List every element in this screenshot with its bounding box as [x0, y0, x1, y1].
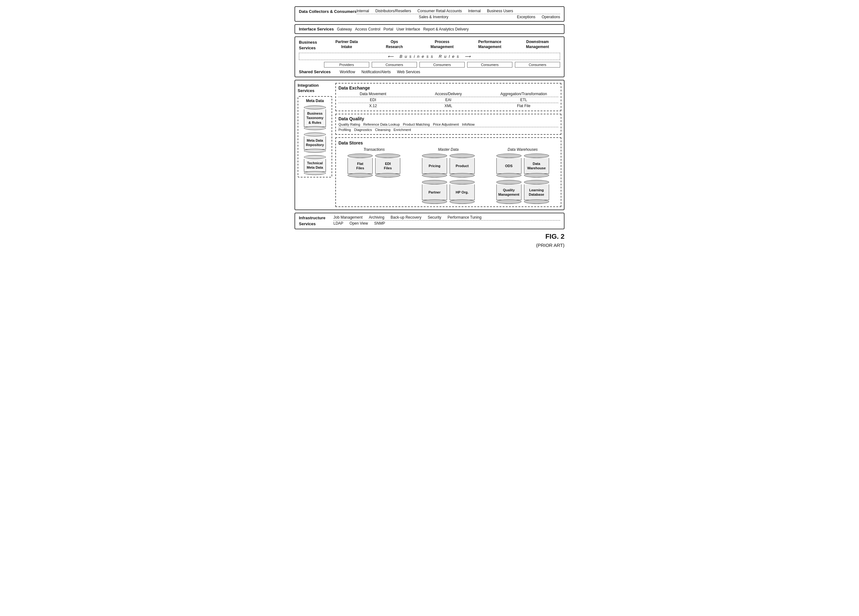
cyl-learning-database: LearningDatabase	[524, 180, 549, 204]
cylinder-business-taxonomy: BusinessTaxonomy& Rules	[304, 106, 326, 130]
data-stores-title: Data Stores	[339, 141, 558, 145]
prov-box-1: Providers	[324, 62, 369, 67]
dq-row1: Quality Rating Reference Data Lookup Pro…	[339, 122, 558, 126]
is-access-control: Access Control	[355, 27, 381, 31]
cyl-bottom-1	[304, 126, 326, 130]
shared-services-label: Shared Services	[299, 69, 333, 74]
infra-job-mgmt: Job Management	[333, 215, 362, 220]
business-services-section: BusinessServices Partner DataIntake OpsR…	[295, 36, 564, 77]
dc-consumer-retail: Consumer Retail Accounts	[417, 9, 462, 13]
cyl-hp-org: HP Org.	[450, 180, 475, 204]
cyl-body-2: Meta DataRepository	[304, 136, 326, 150]
cyl-product-body: Product	[450, 158, 475, 174]
cyl-quality-mgmt-body: QualityManagement	[497, 184, 522, 200]
providers-boxes: Providers Consumers Consumers Consumers …	[324, 62, 560, 67]
de-edi: EDI	[339, 98, 408, 102]
master-data-title: Master Data	[438, 147, 458, 152]
cyl-flat-files-body: FlatFiles	[348, 158, 373, 174]
data-stores-box: Data Stores Transactions FlatFiles	[335, 137, 561, 207]
dc-distributors: Distributors/Resellers	[375, 9, 411, 13]
cyl-quality-mgmt-top	[497, 180, 522, 184]
cyl-learning-db-top	[524, 180, 549, 184]
infra-row1: Job Management Archiving Back-up Recover…	[333, 215, 560, 220]
dq-diagnostics: Diagnostics	[354, 128, 372, 131]
biz-columns: Partner DataIntake OpsResearch ProcessMa…	[324, 39, 560, 51]
prov-box-3: Consumers	[419, 62, 465, 67]
shared-services-row: Shared Services Workflow Notification/Al…	[299, 69, 560, 74]
cyl-ods: ODS	[497, 153, 522, 177]
business-rules-text: ⟵ B u s i n e s s R u l e s ⟶	[388, 54, 471, 59]
cyl-partner-top	[422, 180, 447, 184]
cyl-pricing: Pricing	[422, 153, 447, 177]
cyl-data-warehouse-body: DataWarehouse	[524, 158, 549, 174]
is-user-interface: User Interface	[397, 27, 420, 31]
master-data-section: Master Data Pricing Product	[413, 147, 484, 204]
de-data-movement: Data Movement	[339, 92, 408, 96]
data-exchange-box: Data Exchange Data Movement Access/Deliv…	[335, 83, 561, 111]
de-access-delivery: Access/Delivery	[414, 92, 483, 96]
fig-title: FIG. 2 (PRIOR ART)	[295, 233, 564, 249]
data-quality-box: Data Quality Quality Rating Reference Da…	[335, 114, 561, 135]
cyl-partner-body: Partner	[422, 184, 447, 200]
transactions-cylinders: FlatFiles EDIFiles	[348, 153, 400, 177]
dq-quality-rating: Quality Rating	[339, 122, 360, 126]
meta-data-label: Meta Data	[300, 98, 330, 103]
infra-backup: Back-up Recovery	[390, 215, 421, 220]
cyl-edi-files: EDIFiles	[375, 153, 400, 177]
prov-box-5: Consumers	[515, 62, 560, 67]
de-row1: Data Movement Access/Delivery Aggregatio…	[339, 92, 558, 96]
integration-label: IntegrationServices	[298, 83, 332, 94]
data-collectors-section: Data Collectors & Consumers Internal Dis…	[295, 6, 564, 22]
transactions-title: Transactions	[363, 147, 384, 152]
cylinder-meta-data-repo: Meta DataRepository	[304, 133, 326, 153]
dq-row2: Profiling Diagnostics Cleansing Enrichme…	[339, 128, 558, 131]
cyl-quality-mgmt-bottom	[497, 200, 522, 204]
dq-price-adjustment: Price Adjustment	[433, 122, 459, 126]
cyl-data-warehouse-top	[524, 153, 549, 158]
interface-services-row: Interface Services Gateway Access Contro…	[299, 27, 560, 31]
cyl-pricing-bottom	[422, 173, 447, 177]
cyl-data-warehouse: DataWarehouse	[524, 153, 549, 177]
infra-content: Job Management Archiving Back-up Recover…	[333, 215, 560, 225]
data-collectors-label: Data Collectors & Consumers	[299, 9, 357, 14]
dc-business-users: Business Users	[487, 9, 513, 13]
dc-operations: Operations	[542, 15, 560, 19]
cyl-quality-management: QualityManagement	[497, 180, 522, 204]
dq-dashed	[339, 127, 558, 127]
infra-row: InfrastructureServices Job Management Ar…	[299, 215, 560, 227]
de-flat-file: Flat File	[489, 104, 558, 108]
cyl-top-3	[304, 155, 326, 159]
business-rules-row: ⟵ B u s i n e s s R u l e s ⟶	[299, 53, 560, 60]
cyl-flat-files-top	[348, 153, 373, 158]
cyl-bottom-3	[304, 171, 326, 175]
transactions-section: Transactions FlatFiles EDIFiles	[339, 147, 410, 204]
dq-reference-data: Reference Data Lookup	[363, 122, 400, 126]
cyl-edi-files-top	[375, 153, 400, 158]
meta-data-box: Meta Data BusinessTaxonomy& Rules Meta D…	[298, 96, 332, 177]
fig-number: FIG. 2	[545, 233, 564, 240]
cyl-product-bottom	[450, 173, 475, 177]
cyl-partner-bottom	[422, 200, 447, 204]
is-report-analytics: Report & Analytics Delivery	[423, 27, 469, 31]
infra-security: Security	[428, 215, 441, 220]
dc-internal2: Internal	[468, 9, 481, 13]
cyl-data-warehouse-bottom	[524, 173, 549, 177]
biz-col-1: Partner DataIntake	[324, 39, 369, 51]
dq-product-matching: Product Matching	[403, 122, 430, 126]
master-data-cylinders: Pricing Product Partner	[413, 153, 484, 204]
integration-left-panel: IntegrationServices Meta Data BusinessTa…	[298, 83, 332, 207]
interface-services-label: Interface Services	[299, 27, 334, 31]
de-eai: EAI	[414, 98, 483, 102]
providers-row: Providers Consumers Consumers Consumers …	[299, 62, 560, 67]
data-warehouses-cylinders: ODS DataWarehouse QualityManagement	[487, 153, 558, 204]
cyl-top-1	[304, 106, 326, 109]
data-exchange-title: Data Exchange	[339, 86, 558, 91]
cyl-ods-bottom	[497, 173, 522, 177]
cyl-pricing-body: Pricing	[422, 158, 447, 174]
prov-box-2: Consumers	[372, 62, 417, 67]
biz-col-3: ProcessManagement	[419, 39, 465, 51]
infra-dashed	[333, 220, 560, 220]
data-collectors-row2: Sales & Inventory Exceptions Operations	[357, 15, 561, 19]
infra-snmp: SNMP	[374, 221, 385, 225]
infrastructure-section: InfrastructureServices Job Management Ar…	[295, 213, 564, 229]
